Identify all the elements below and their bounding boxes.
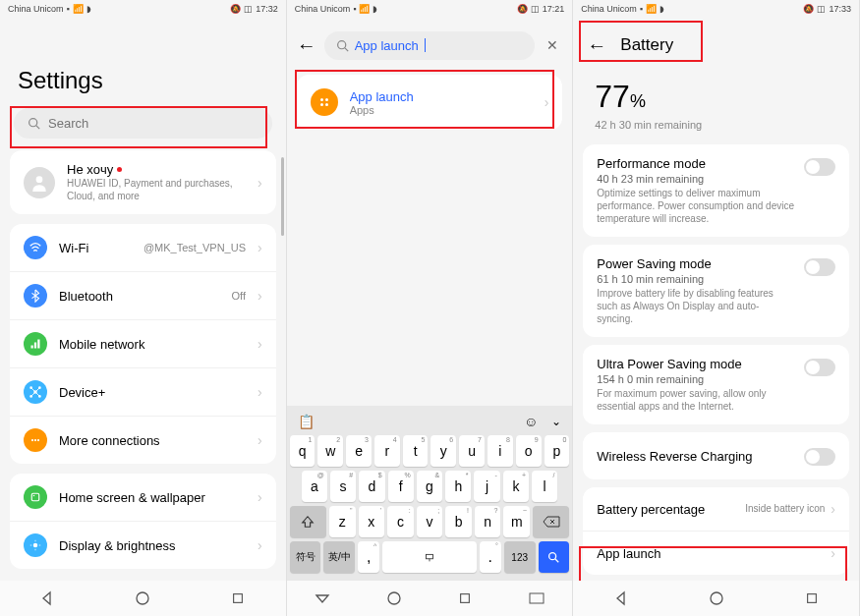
clear-button[interactable]: ✕ xyxy=(543,37,562,53)
key-a[interactable]: a@ xyxy=(302,471,327,502)
nav-recent[interactable] xyxy=(229,589,247,607)
ultra-power-saving-row[interactable]: Ultra Power Saving mode 154 h 0 min rema… xyxy=(583,345,849,424)
status-time: 17:21 xyxy=(543,4,565,14)
mode-remain: 40 h 23 min remaining xyxy=(597,173,794,185)
key-m[interactable]: m~ xyxy=(503,506,530,537)
key-i[interactable]: i8 xyxy=(487,435,513,467)
nav-keyboard[interactable] xyxy=(528,589,545,607)
comma-key[interactable]: ,^ xyxy=(358,541,379,573)
symbols-key[interactable]: 符号 xyxy=(290,541,321,573)
wireless-reverse-toggle[interactable] xyxy=(804,448,835,466)
wifi-icon: ◗ xyxy=(659,4,664,14)
backspace-key[interactable] xyxy=(533,506,569,537)
emoji-icon[interactable]: ☺ xyxy=(524,414,538,429)
chevron-right-icon: › xyxy=(258,288,262,304)
key-s[interactable]: s# xyxy=(330,471,356,502)
key-k[interactable]: k+ xyxy=(503,471,529,502)
nav-home[interactable] xyxy=(385,589,403,607)
mute-icon: 🔕 xyxy=(803,4,814,14)
key-y[interactable]: y6 xyxy=(430,435,456,467)
key-l[interactable]: l/ xyxy=(532,471,557,502)
svg-line-13 xyxy=(31,392,35,396)
wifi-icon: ◗ xyxy=(86,4,91,14)
key-b[interactable]: b! xyxy=(445,506,472,537)
scroll-indicator[interactable] xyxy=(281,157,284,236)
nav-back[interactable] xyxy=(38,589,56,607)
key-h[interactable]: h* xyxy=(445,471,471,502)
language-key[interactable]: 英/中 xyxy=(323,541,355,573)
spacebar-key[interactable] xyxy=(382,541,476,573)
search-icon xyxy=(336,39,349,52)
nav-recent[interactable] xyxy=(803,589,821,607)
shift-key[interactable] xyxy=(290,506,326,537)
key-c[interactable]: c: xyxy=(387,506,414,537)
app-launch-row[interactable]: App launch › xyxy=(583,532,849,575)
numbers-key[interactable]: 123 xyxy=(504,541,536,573)
nav-home[interactable] xyxy=(708,589,725,607)
key-e[interactable]: e3 xyxy=(346,435,372,467)
battery-header: ← Battery xyxy=(573,24,859,67)
performance-mode-row[interactable]: Performance mode 40 h 23 min remaining O… xyxy=(583,144,849,237)
nav-bar xyxy=(573,581,859,616)
search-box[interactable] xyxy=(14,108,272,139)
svg-point-40 xyxy=(711,592,722,604)
key-n[interactable]: n? xyxy=(475,506,501,537)
key-z[interactable]: z" xyxy=(329,506,356,537)
svg-rect-18 xyxy=(31,493,39,501)
key-q[interactable]: q1 xyxy=(290,435,315,467)
chevron-down-icon[interactable]: ⌄ xyxy=(551,415,561,428)
nav-home[interactable] xyxy=(134,589,151,607)
key-w[interactable]: w2 xyxy=(317,435,343,467)
key-j[interactable]: j- xyxy=(474,471,499,502)
percent-symbol: % xyxy=(630,91,646,111)
nav-back[interactable] xyxy=(612,589,630,607)
search-key[interactable] xyxy=(539,541,570,573)
period-key[interactable]: .° xyxy=(480,541,501,573)
device-plus-row[interactable]: Device+ › xyxy=(10,368,276,417)
mobile-row[interactable]: Mobile network › xyxy=(10,320,276,368)
hd-icon: ▪ xyxy=(640,4,643,14)
key-f[interactable]: f% xyxy=(388,471,414,502)
search-field[interactable]: App launch xyxy=(324,31,536,60)
key-v[interactable]: v; xyxy=(417,506,443,537)
wifi-row[interactable]: Wi-Fi @MK_Test_VPN_US › xyxy=(10,224,276,272)
home-screen-label: Home screen & wallpaper xyxy=(59,490,246,505)
key-u[interactable]: u7 xyxy=(459,435,485,467)
signal-icon: 📶 xyxy=(73,4,84,14)
search-result[interactable]: App launch Apps › xyxy=(297,75,563,130)
performance-toggle[interactable] xyxy=(804,158,835,176)
svg-line-34 xyxy=(555,559,559,563)
svg-point-0 xyxy=(29,119,37,127)
back-button[interactable]: ← xyxy=(297,34,316,57)
key-t[interactable]: t5 xyxy=(403,435,429,467)
back-button[interactable]: ← xyxy=(587,34,606,57)
battery-percentage-row[interactable]: Battery percentage Inside battery icon › xyxy=(583,487,849,532)
wireless-reverse-row[interactable]: Wireless Reverse Charging xyxy=(583,432,849,479)
svg-point-33 xyxy=(549,553,556,560)
mode-remain: 154 h 0 min remaining xyxy=(597,373,794,385)
search-input[interactable] xyxy=(48,116,258,131)
account-card[interactable]: He xoчy HUAWEI ID, Payment and purchases… xyxy=(10,150,276,214)
clipboard-icon[interactable]: 📋 xyxy=(298,414,315,429)
page-title: Battery xyxy=(620,35,673,55)
key-g[interactable]: g& xyxy=(417,471,442,502)
key-o[interactable]: o9 xyxy=(516,435,542,467)
percent-value: 77 xyxy=(595,79,630,114)
nav-down[interactable] xyxy=(314,589,331,607)
svg-point-19 xyxy=(33,495,35,497)
more-connections-row[interactable]: More connections › xyxy=(10,417,276,464)
power-saving-row[interactable]: Power Saving mode 61 h 10 min remaining … xyxy=(583,245,849,337)
display-row[interactable]: Display & brightness › xyxy=(10,522,276,569)
key-x[interactable]: x' xyxy=(359,506,385,537)
search-icon xyxy=(28,117,40,130)
nav-recent[interactable] xyxy=(456,589,474,607)
chevron-right-icon: › xyxy=(258,489,262,505)
home-screen-row[interactable]: Home screen & wallpaper › xyxy=(10,474,276,522)
key-d[interactable]: d$ xyxy=(359,471,384,502)
power-saving-toggle[interactable] xyxy=(804,258,835,276)
bluetooth-row[interactable]: Bluetooth Off › xyxy=(10,272,276,320)
key-r[interactable]: r4 xyxy=(374,435,400,467)
status-bar: China Unicom ▪ 📶 ◗ 🔕 ◫ 17:32 xyxy=(0,0,286,18)
key-p[interactable]: p0 xyxy=(545,435,570,467)
ultra-power-toggle[interactable] xyxy=(804,359,835,376)
